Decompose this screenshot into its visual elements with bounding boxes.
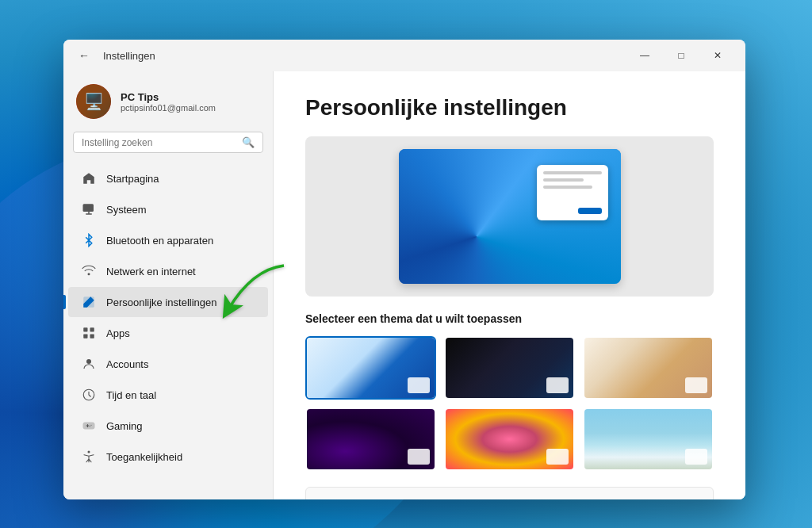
sidebar-item-startpagina[interactable]: Startpagina — [68, 163, 268, 193]
settings-window: ← Instellingen — □ ✕ 🖥️ PC Tips pctipsin… — [63, 40, 745, 499]
page-title: Persoonlijke instellingen — [305, 95, 714, 121]
theme-grid — [305, 336, 714, 471]
mock-line-1 — [543, 171, 602, 174]
nav-label-systeem: Systeem — [106, 204, 147, 216]
back-button[interactable]: ← — [73, 44, 95, 67]
nav-label-toegankelijkheid: Toegankelijkheid — [106, 451, 182, 463]
bluetooth-icon — [81, 232, 97, 248]
user-info: PC Tips pctipsinfo01@gmail.com — [121, 91, 216, 113]
mock-line-3 — [543, 186, 593, 189]
title-bar-left: ← Instellingen — [73, 44, 626, 67]
sidebar-item-apps[interactable]: Apps — [68, 318, 268, 348]
nav-label-bluetooth: Bluetooth en apparaten — [106, 235, 213, 247]
time-icon — [81, 387, 97, 403]
preview-window-mock — [537, 165, 608, 220]
svg-point-7 — [86, 359, 91, 364]
user-email: pctipsinfo01@gmail.com — [121, 103, 216, 113]
mock-line-2 — [543, 178, 584, 182]
theme-card-mock-6 — [685, 449, 707, 465]
search-input[interactable] — [82, 137, 237, 148]
sidebar-item-tijd[interactable]: Tijd en taal — [68, 380, 268, 410]
svg-rect-5 — [83, 335, 87, 339]
svg-rect-0 — [83, 204, 94, 212]
minimize-button[interactable]: — — [626, 43, 663, 68]
svg-rect-6 — [90, 335, 94, 339]
theme-card-5[interactable] — [444, 407, 575, 471]
apps-icon — [81, 325, 97, 341]
sidebar-item-bluetooth[interactable]: Bluetooth en apparaten — [68, 225, 268, 255]
theme-card-mock-1 — [408, 377, 430, 393]
sidebar-item-accounts[interactable]: Accounts — [68, 349, 268, 379]
maximize-button[interactable]: □ — [663, 43, 699, 68]
sidebar-item-toegankelijkheid[interactable]: Toegankelijkheid — [68, 442, 268, 472]
background-item[interactable]: Achtergrond — [305, 487, 714, 499]
user-name: PC Tips — [121, 91, 216, 103]
nav-label-accounts: Accounts — [106, 358, 148, 370]
title-bar: ← Instellingen — □ ✕ — [63, 40, 745, 71]
theme-card-4[interactable] — [305, 407, 436, 471]
search-box[interactable]: 🔍 — [73, 132, 263, 153]
theme-card-mock-5 — [546, 449, 569, 465]
svg-rect-4 — [90, 327, 94, 331]
close-button[interactable]: ✕ — [699, 43, 736, 68]
theme-card-2[interactable] — [444, 336, 575, 400]
svg-point-10 — [88, 451, 90, 453]
content-area: Persoonlijke instellingen Selecteer een … — [274, 71, 745, 499]
theme-card-mock-3 — [685, 377, 707, 393]
theme-card-mock-4 — [408, 449, 430, 465]
accounts-icon — [81, 356, 97, 372]
theme-card-mock-2 — [546, 377, 569, 393]
nav-list: Startpagina Systeem Bluetooth en apparat… — [63, 159, 273, 476]
network-icon — [81, 263, 97, 279]
nav-label-netwerk: Netwerk en internet — [106, 266, 196, 277]
nav-label-persoonlijk: Persoonlijke instellingen — [106, 297, 216, 308]
sidebar-item-netwerk[interactable]: Netwerk en internet — [68, 256, 268, 286]
mock-button — [578, 208, 602, 214]
window-body: 🖥️ PC Tips pctipsinfo01@gmail.com 🔍 Star… — [63, 71, 745, 499]
nav-label-gaming: Gaming — [106, 420, 143, 432]
accessibility-icon — [81, 449, 97, 465]
search-icon: 🔍 — [242, 136, 255, 148]
system-icon — [81, 201, 97, 217]
nav-label-tijd: Tijd en taal — [106, 389, 156, 401]
window-title: Instellingen — [103, 50, 155, 62]
gaming-icon — [81, 418, 97, 434]
theme-select-label: Selecteer een thema dat u wilt toepassen — [305, 312, 714, 325]
background-icon — [319, 499, 333, 499]
avatar-image: 🖥️ — [76, 84, 111, 119]
theme-card-1[interactable] — [305, 336, 436, 400]
avatar: 🖥️ — [76, 84, 111, 119]
sidebar-item-persoonlijk[interactable]: Persoonlijke instellingen — [68, 287, 268, 317]
title-bar-controls: — □ ✕ — [626, 43, 736, 68]
home-icon — [81, 170, 97, 186]
nav-label-apps: Apps — [106, 327, 130, 339]
sidebar-item-systeem[interactable]: Systeem — [68, 194, 268, 224]
theme-preview-container — [305, 136, 714, 297]
personalize-icon — [81, 294, 97, 310]
theme-card-6[interactable] — [583, 407, 714, 471]
sidebar-item-gaming[interactable]: Gaming — [68, 411, 268, 441]
theme-card-3[interactable] — [583, 336, 714, 400]
svg-rect-3 — [83, 327, 87, 331]
nav-label-startpagina: Startpagina — [106, 173, 159, 185]
svg-point-1 — [88, 273, 90, 275]
theme-preview — [399, 149, 621, 284]
sidebar: 🖥️ PC Tips pctipsinfo01@gmail.com 🔍 Star… — [63, 71, 274, 499]
user-profile: 🖥️ PC Tips pctipsinfo01@gmail.com — [63, 71, 273, 128]
